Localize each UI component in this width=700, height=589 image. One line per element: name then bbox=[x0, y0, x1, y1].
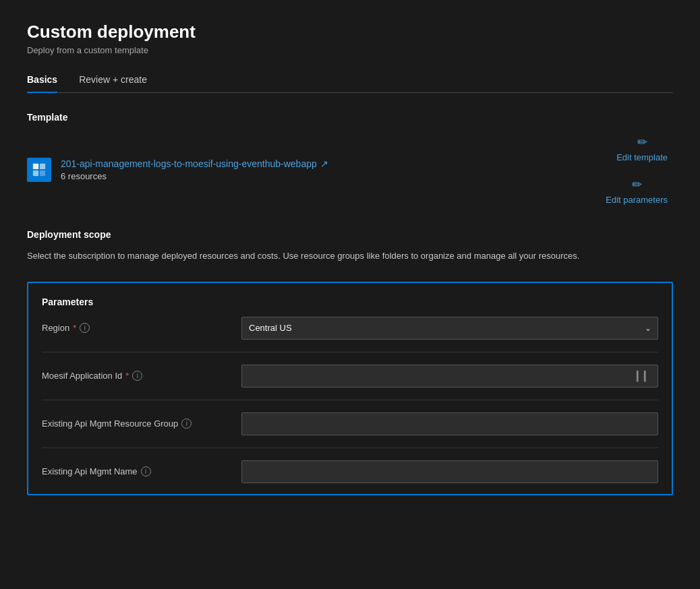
scope-description: Select the subscription to manage deploy… bbox=[27, 249, 673, 263]
external-link-icon: ↗ bbox=[320, 158, 328, 169]
template-heading: Template bbox=[27, 112, 673, 123]
svg-rect-0 bbox=[33, 164, 38, 169]
template-resources: 6 resources bbox=[61, 171, 328, 181]
deployment-scope-section: Deployment scope Select the subscription… bbox=[27, 229, 673, 263]
template-actions: ✏ Edit template ✏ Edit parameters bbox=[600, 132, 673, 208]
existing-api-mgmt-name-info-icon[interactable]: i bbox=[141, 466, 151, 476]
existing-api-mgmt-name-row: Existing Api Mgmt Name i bbox=[42, 460, 658, 483]
pencil-icon-parameters: ✏ bbox=[632, 177, 642, 192]
parameters-heading: Parameters bbox=[42, 297, 658, 307]
pencil-icon-template: ✏ bbox=[637, 135, 647, 150]
tab-basics[interactable]: Basics bbox=[27, 74, 57, 93]
edit-template-button[interactable]: ✏ Edit template bbox=[611, 132, 673, 165]
moesif-app-id-row: Moesif Application Id * i ▎▎ bbox=[42, 365, 658, 400]
moesif-info-icon[interactable]: i bbox=[132, 371, 142, 381]
svg-rect-1 bbox=[40, 164, 45, 169]
region-row: Region * i Central US East US West US We… bbox=[42, 317, 658, 352]
svg-rect-3 bbox=[40, 170, 45, 176]
region-info-icon[interactable]: i bbox=[80, 323, 90, 333]
existing-api-mgmt-rg-info-icon[interactable]: i bbox=[181, 418, 192, 429]
existing-api-mgmt-rg-row: Existing Api Mgmt Resource Group i bbox=[42, 412, 658, 448]
parameters-section: Parameters Region * i Central US East US… bbox=[27, 282, 673, 495]
tab-review-create[interactable]: Review + create bbox=[79, 74, 147, 93]
region-select-wrapper: Central US East US West US West Europe E… bbox=[241, 317, 658, 340]
moesif-app-id-input[interactable] bbox=[241, 365, 658, 388]
region-required: * bbox=[73, 323, 76, 333]
moesif-required: * bbox=[125, 371, 129, 381]
edit-parameters-button[interactable]: ✏ Edit parameters bbox=[600, 175, 673, 208]
tabs-container: Basics Review + create bbox=[27, 74, 673, 93]
moesif-input-wrapper: ▎▎ bbox=[241, 365, 658, 388]
page-title: Custom deployment bbox=[27, 22, 673, 42]
template-icon bbox=[27, 158, 51, 182]
template-info: 201-api-management-logs-to-moesif-using-… bbox=[27, 158, 328, 182]
svg-rect-2 bbox=[33, 170, 38, 176]
deployment-scope-heading: Deployment scope bbox=[27, 229, 673, 240]
template-name-link[interactable]: 201-api-management-logs-to-moesif-using-… bbox=[61, 158, 328, 169]
template-section: Template 201-api-management-logs-to-moes… bbox=[27, 112, 673, 208]
page-subtitle: Deploy from a custom template bbox=[27, 45, 673, 55]
region-select[interactable]: Central US East US West US West Europe E… bbox=[241, 317, 658, 340]
existing-api-mgmt-name-input[interactable] bbox=[241, 460, 658, 483]
existing-api-mgmt-rg-input[interactable] bbox=[241, 412, 658, 435]
moesif-app-id-label: Moesif Application Id * i bbox=[42, 371, 231, 381]
existing-api-mgmt-name-label: Existing Api Mgmt Name i bbox=[42, 466, 231, 476]
region-label: Region * i bbox=[42, 323, 231, 333]
existing-api-mgmt-rg-label: Existing Api Mgmt Resource Group i bbox=[42, 418, 231, 429]
